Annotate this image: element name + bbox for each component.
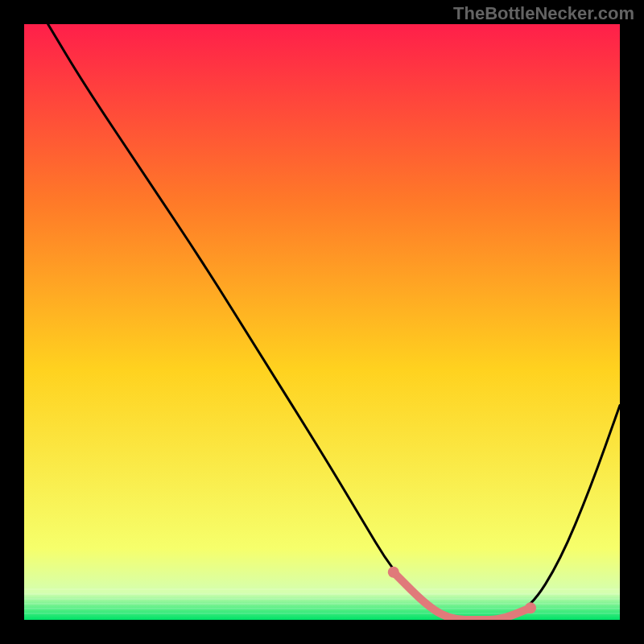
chart-container: TheBottleNecker.com	[0, 0, 644, 644]
plot-area	[24, 24, 620, 620]
watermark-text: TheBottleNecker.com	[453, 3, 634, 24]
highlight-endpoint	[388, 567, 399, 578]
gradient-background	[24, 24, 620, 620]
chart-svg	[24, 24, 620, 620]
highlight-endpoint	[525, 602, 536, 613]
